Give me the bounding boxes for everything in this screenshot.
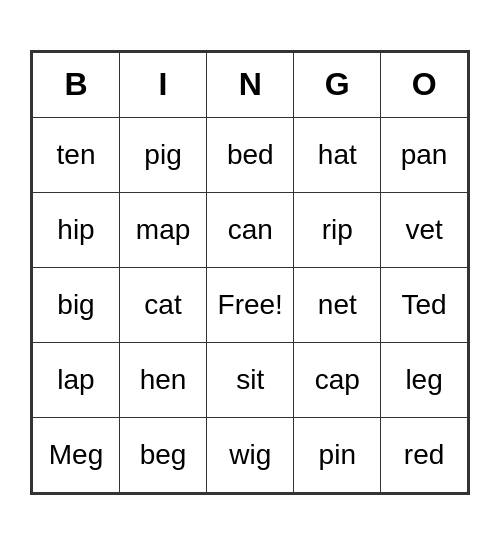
table-cell: big xyxy=(33,267,120,342)
table-cell: pig xyxy=(120,117,207,192)
header-row: BINGO xyxy=(33,52,468,117)
table-cell: can xyxy=(207,192,294,267)
header-cell: G xyxy=(294,52,381,117)
table-cell: leg xyxy=(381,342,468,417)
table-cell: lap xyxy=(33,342,120,417)
table-cell: hen xyxy=(120,342,207,417)
table-cell: bed xyxy=(207,117,294,192)
table-cell: beg xyxy=(120,417,207,492)
table-row: bigcatFree!netTed xyxy=(33,267,468,342)
table-cell: cap xyxy=(294,342,381,417)
table-cell: ten xyxy=(33,117,120,192)
table-cell: Ted xyxy=(381,267,468,342)
header-cell: B xyxy=(33,52,120,117)
table-cell: rip xyxy=(294,192,381,267)
table-cell: hat xyxy=(294,117,381,192)
table-row: laphensitcapleg xyxy=(33,342,468,417)
table-row: tenpigbedhatpan xyxy=(33,117,468,192)
table-cell: map xyxy=(120,192,207,267)
bingo-card: BINGO tenpigbedhatpanhipmapcanripvetbigc… xyxy=(30,50,470,495)
table-cell: red xyxy=(381,417,468,492)
table-row: hipmapcanripvet xyxy=(33,192,468,267)
table-cell: wig xyxy=(207,417,294,492)
table-cell: pin xyxy=(294,417,381,492)
table-cell: pan xyxy=(381,117,468,192)
table-cell: vet xyxy=(381,192,468,267)
header-cell: N xyxy=(207,52,294,117)
table-cell: Meg xyxy=(33,417,120,492)
table-cell: hip xyxy=(33,192,120,267)
table-cell: cat xyxy=(120,267,207,342)
table-row: Megbegwigpinred xyxy=(33,417,468,492)
table-cell: sit xyxy=(207,342,294,417)
table-cell: Free! xyxy=(207,267,294,342)
table-cell: net xyxy=(294,267,381,342)
bingo-table: BINGO tenpigbedhatpanhipmapcanripvetbigc… xyxy=(32,52,468,493)
header-cell: O xyxy=(381,52,468,117)
header-cell: I xyxy=(120,52,207,117)
